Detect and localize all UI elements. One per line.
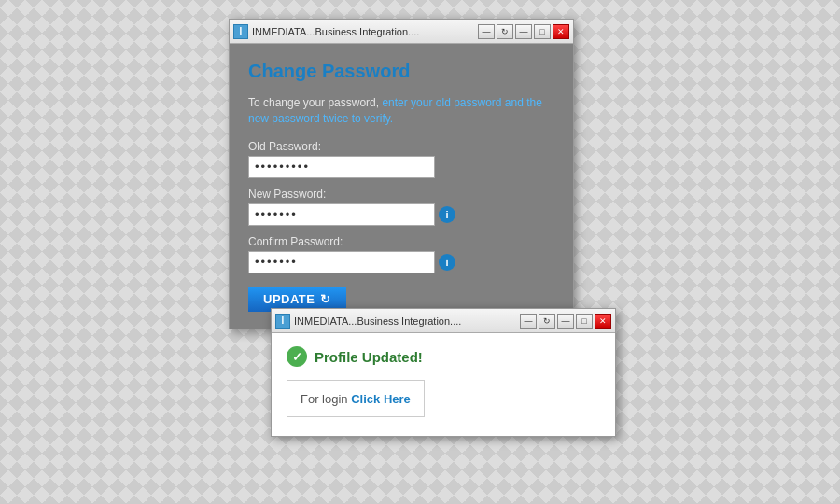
window-controls-2: — ↻ — □ ✕ bbox=[520, 314, 611, 329]
old-password-label: Old Password: bbox=[248, 140, 554, 153]
minimize-button-1[interactable]: — bbox=[515, 24, 532, 39]
pin-button-1[interactable]: — bbox=[478, 24, 495, 39]
profile-updated-window: I INMEDIATA...Business Integration.... —… bbox=[271, 308, 616, 437]
login-plain-text: For login bbox=[301, 392, 351, 406]
new-password-input[interactable] bbox=[248, 203, 435, 226]
new-password-label: New Password: bbox=[248, 188, 554, 201]
refresh-button-2[interactable]: ↻ bbox=[539, 314, 555, 329]
maximize-button-2[interactable]: □ bbox=[576, 314, 593, 329]
profile-updated-header: ✓ Profile Updated! bbox=[287, 346, 600, 367]
window-icon-1: I bbox=[233, 24, 248, 39]
instruction-plain: To change your password, bbox=[248, 96, 382, 109]
maximize-button-1[interactable]: □ bbox=[534, 24, 551, 39]
refresh-button-1[interactable]: ↻ bbox=[497, 24, 513, 39]
profile-updated-text: Profile Updated! bbox=[315, 349, 423, 365]
profile-updated-content: ✓ Profile Updated! For login Click Here bbox=[272, 333, 615, 436]
title-bar-1: I INMEDIATA...Business Integration.... —… bbox=[230, 20, 573, 44]
old-password-wrapper bbox=[248, 156, 554, 178]
new-password-info-icon[interactable]: i bbox=[439, 206, 455, 223]
confirm-password-group: Confirm Password: i bbox=[248, 235, 554, 273]
old-password-group: Old Password: bbox=[248, 140, 554, 178]
window-controls-1: — ↻ — □ ✕ bbox=[478, 24, 569, 39]
pin-button-2[interactable]: — bbox=[520, 314, 537, 329]
login-click-here-link[interactable]: Click Here bbox=[351, 392, 411, 406]
update-button-label: UPDATE bbox=[263, 292, 315, 306]
login-box: For login Click Here bbox=[287, 380, 425, 417]
instruction-text: To change your password, enter your old … bbox=[248, 95, 554, 127]
confirm-password-wrapper: i bbox=[248, 251, 554, 273]
confirm-password-input[interactable] bbox=[248, 251, 435, 273]
check-icon: ✓ bbox=[287, 346, 307, 367]
window-icon-2: I bbox=[275, 314, 290, 329]
confirm-password-label: Confirm Password: bbox=[248, 235, 554, 248]
change-password-heading: Change Password bbox=[248, 61, 554, 82]
update-refresh-icon: ↻ bbox=[320, 292, 331, 306]
minimize-button-2[interactable]: — bbox=[557, 314, 574, 329]
close-button-2[interactable]: ✕ bbox=[595, 314, 611, 329]
new-password-group: New Password: i bbox=[248, 188, 554, 226]
old-password-input[interactable] bbox=[248, 156, 435, 178]
title-bar-2: I INMEDIATA...Business Integration.... —… bbox=[272, 309, 615, 333]
window-title-1: INMEDIATA...Business Integration.... bbox=[252, 26, 478, 37]
change-password-content: Change Password To change your password,… bbox=[230, 44, 573, 329]
confirm-password-info-icon[interactable]: i bbox=[439, 254, 455, 271]
change-password-window: I INMEDIATA...Business Integration.... —… bbox=[229, 19, 574, 329]
window-title-2: INMEDIATA...Business Integration.... bbox=[294, 315, 520, 327]
close-button-1[interactable]: ✕ bbox=[553, 24, 569, 39]
new-password-wrapper: i bbox=[248, 203, 554, 226]
